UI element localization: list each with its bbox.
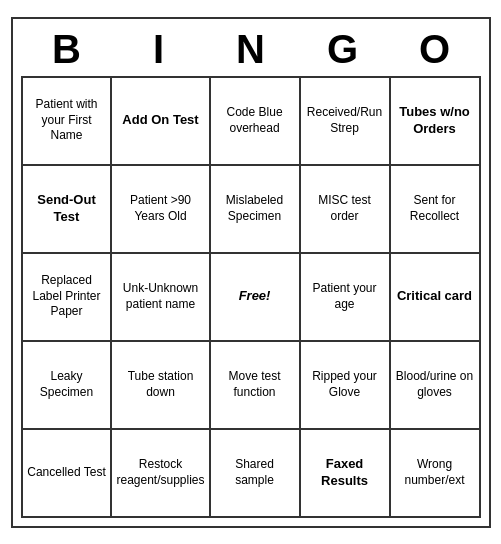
bingo-cell-14: Critical card	[391, 254, 481, 342]
bingo-cell-10: Replaced Label Printer Paper	[23, 254, 113, 342]
bingo-cell-3: Received/Run Strep	[301, 78, 391, 166]
bingo-cell-8: MISC test order	[301, 166, 391, 254]
bingo-cell-23: Faxed Results	[301, 430, 391, 518]
bingo-cell-7: Mislabeled Specimen	[211, 166, 301, 254]
bingo-cell-1: Add On Test	[112, 78, 210, 166]
bingo-cell-15: Leaky Specimen	[23, 342, 113, 430]
bingo-cell-16: Tube station down	[112, 342, 210, 430]
bingo-letter-o: O	[391, 27, 479, 72]
bingo-grid: Patient with your First NameAdd On TestC…	[21, 76, 481, 518]
bingo-cell-2: Code Blue overhead	[211, 78, 301, 166]
bingo-cell-11: Unk-Unknown patient name	[112, 254, 210, 342]
bingo-cell-22: Shared sample	[211, 430, 301, 518]
bingo-letter-n: N	[207, 27, 295, 72]
bingo-letter-b: B	[23, 27, 111, 72]
bingo-cell-21: Restock reagent/supplies	[112, 430, 210, 518]
bingo-cell-13: Patient your age	[301, 254, 391, 342]
bingo-cell-9: Sent for Recollect	[391, 166, 481, 254]
bingo-letter-i: I	[115, 27, 203, 72]
bingo-cell-20: Cancelled Test	[23, 430, 113, 518]
bingo-card: BINGO Patient with your First NameAdd On…	[11, 17, 491, 528]
bingo-cell-19: Blood/urine on gloves	[391, 342, 481, 430]
bingo-cell-0: Patient with your First Name	[23, 78, 113, 166]
bingo-header: BINGO	[21, 27, 481, 72]
bingo-cell-6: Patient >90 Years Old	[112, 166, 210, 254]
bingo-cell-12: Free!	[211, 254, 301, 342]
bingo-cell-24: Wrong number/ext	[391, 430, 481, 518]
bingo-cell-4: Tubes w/no Orders	[391, 78, 481, 166]
bingo-cell-5: Send-Out Test	[23, 166, 113, 254]
bingo-cell-17: Move test function	[211, 342, 301, 430]
bingo-letter-g: G	[299, 27, 387, 72]
bingo-cell-18: Ripped your Glove	[301, 342, 391, 430]
